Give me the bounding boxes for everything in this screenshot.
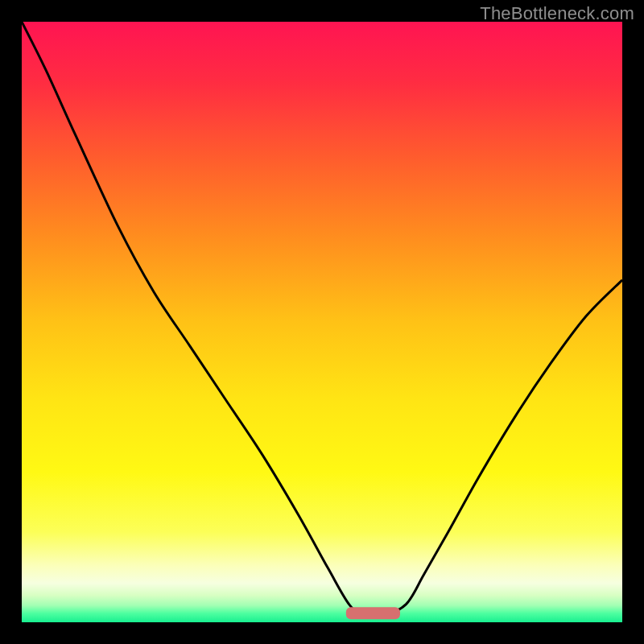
optimal-range-marker [346, 607, 400, 619]
gradient-background [22, 22, 622, 622]
plot-area [22, 22, 622, 622]
bottleneck-chart [22, 22, 622, 622]
chart-frame: TheBottleneck.com [0, 0, 644, 644]
